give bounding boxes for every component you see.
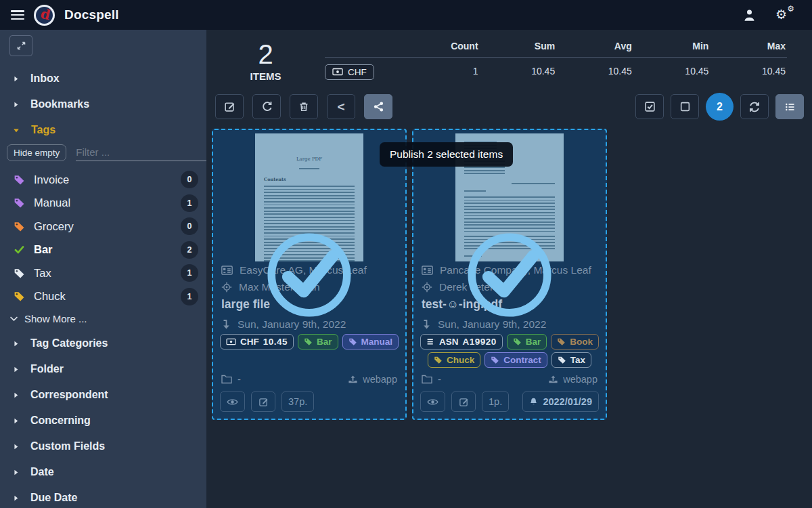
item-cards: Large PDF Contents EasyCare AG, Marcus L…	[206, 127, 812, 420]
edit-icon	[459, 397, 469, 407]
correspondent-text: Pancake Company, Marcus Leaf	[440, 264, 591, 276]
list-icon	[784, 102, 796, 112]
bars-icon	[426, 337, 435, 346]
eye-icon	[227, 398, 238, 406]
hamburger-menu-icon[interactable]	[11, 10, 24, 20]
caret-right-icon	[12, 443, 20, 450]
tag-badge-contract[interactable]: Contract	[484, 352, 547, 368]
items-toolbar: < 2	[206, 85, 812, 127]
banknote-icon	[332, 68, 343, 76]
edit-item-button[interactable]	[251, 391, 275, 412]
preview-button[interactable]	[220, 391, 245, 412]
person-crosshair-icon	[422, 282, 432, 293]
item-card-test-ing-pdf[interactable]: Pancake Company, Marcus Leaf Derek Jeter…	[412, 129, 607, 420]
select-all-button[interactable]	[635, 94, 664, 119]
share-icon	[373, 101, 384, 112]
item-title: large file	[213, 295, 405, 316]
thumb-doc-title: Large PDF	[264, 156, 355, 162]
sidebar-item-bookmarks[interactable]: Bookmarks	[0, 91, 206, 117]
sidebar-item-custom-fields[interactable]: Custom Fields	[0, 433, 206, 459]
stats-header-sum: Sum	[480, 38, 557, 57]
tag-count-badge: 0	[181, 217, 198, 235]
item-date-row: Sun, January 9th, 2022	[213, 316, 405, 333]
stats-value-sum: 10.45	[480, 58, 557, 81]
card-footer: 1p. 2022/01/29	[413, 387, 606, 419]
tag-icon	[14, 197, 25, 209]
sidebar-item-inbox[interactable]: Inbox	[0, 66, 206, 91]
tag-badge-book[interactable]: Book	[551, 334, 599, 350]
folder-value: -	[438, 374, 441, 385]
tag-item-bar[interactable]: Bar 2	[0, 238, 206, 262]
tag-count-badge: 2	[181, 241, 198, 259]
collapse-sidebar-button[interactable]	[9, 35, 32, 56]
item-date-row: Sun, January 9th, 2022	[413, 316, 606, 333]
user-account-icon[interactable]	[742, 8, 757, 22]
tag-badge-bar[interactable]: Bar	[507, 334, 547, 350]
tag-item-grocery[interactable]: Grocery 0	[0, 215, 206, 238]
deselect-all-button[interactable]	[671, 94, 699, 119]
concerning-text: Max Mustermann	[239, 281, 320, 293]
items-count-number: 2	[206, 39, 325, 69]
item-date-text: Sun, January 9th, 2022	[438, 318, 546, 331]
upload-icon	[548, 375, 558, 385]
arrow-down-icon	[221, 319, 231, 330]
preview-button[interactable]	[420, 391, 445, 412]
asn-badge: ASNA19920	[420, 334, 503, 350]
tag-icon	[557, 337, 566, 346]
concerning-text: Derek Jeter	[439, 281, 493, 293]
edit-icon	[258, 397, 269, 407]
stats-value-count: 1	[403, 58, 480, 81]
stats-header-max: Max	[710, 38, 787, 57]
sidebar-item-folder[interactable]: Folder	[0, 356, 206, 382]
item-card-large-file[interactable]: Large PDF Contents EasyCare AG, Marcus L…	[212, 129, 407, 420]
folder-value: -	[238, 374, 241, 385]
redo-icon	[261, 101, 273, 112]
tag-icon	[558, 356, 566, 364]
stats-table: Count Sum Avg Min Max CHF	[325, 38, 787, 81]
less-than-icon: <	[337, 100, 344, 113]
publish-items-button[interactable]	[364, 94, 392, 119]
delete-items-button[interactable]	[290, 94, 318, 119]
tag-item-manual[interactable]: Manual 1	[0, 192, 206, 215]
settings-gears-icon[interactable]: ⚙⚙	[775, 7, 793, 22]
tag-item-tax[interactable]: Tax 1	[0, 261, 206, 285]
sidebar-item-correspondent[interactable]: Correspondent	[0, 382, 206, 408]
edit-item-button[interactable]	[451, 391, 476, 412]
upload-icon	[348, 375, 358, 385]
caret-right-icon	[12, 469, 20, 476]
expand-arrows-icon	[16, 41, 26, 51]
tag-badge-manual[interactable]: Manual	[342, 334, 399, 350]
stats-value-avg: 10.45	[556, 58, 633, 81]
items-count: 2 ITEMS	[206, 38, 325, 82]
tag-count-badge: 1	[181, 288, 198, 305]
sidebar-item-tags[interactable]: Tags	[0, 117, 206, 143]
concerning-row: Derek Jeter	[413, 278, 606, 295]
concerning-row: Max Mustermann	[213, 278, 405, 295]
top-navbar: d Docspell ⚙⚙	[0, 0, 812, 30]
tag-item-chuck[interactable]: Chuck 1	[0, 285, 206, 309]
sidebar-item-concerning[interactable]: Concerning	[0, 408, 206, 433]
badge-row: Chuck Contract Tax	[413, 351, 606, 369]
tag-badge-bar[interactable]: Bar	[298, 334, 338, 350]
banknote-icon	[226, 338, 236, 345]
view-menu-button[interactable]	[775, 94, 804, 119]
tag-filter-input[interactable]	[76, 146, 206, 158]
badge-row: CHF10.45 Bar Manual	[213, 333, 405, 351]
tag-item-invoice[interactable]: Invoice 0	[0, 168, 206, 192]
sidebar-item-due-date[interactable]: Due Date	[0, 485, 206, 508]
check-square-icon	[644, 101, 656, 112]
sidebar-item-date[interactable]: Date	[0, 459, 206, 485]
tag-badge-chuck[interactable]: Chuck	[428, 352, 480, 368]
merge-items-button[interactable]: <	[327, 94, 355, 119]
sidebar-item-tag-categories[interactable]: Tag Categories	[0, 331, 206, 356]
show-more-tags[interactable]: Show More ...	[0, 308, 206, 331]
eye-icon	[427, 398, 438, 406]
tag-icon	[304, 337, 313, 346]
hide-empty-button[interactable]: Hide empty	[7, 144, 66, 161]
reprocess-items-button[interactable]	[252, 94, 281, 119]
edit-items-button[interactable]	[215, 94, 244, 119]
tag-badge-tax[interactable]: Tax	[551, 352, 591, 368]
tag-icon	[348, 337, 357, 346]
refresh-button[interactable]	[740, 94, 769, 119]
stats-value-max: 10.45	[710, 58, 787, 81]
